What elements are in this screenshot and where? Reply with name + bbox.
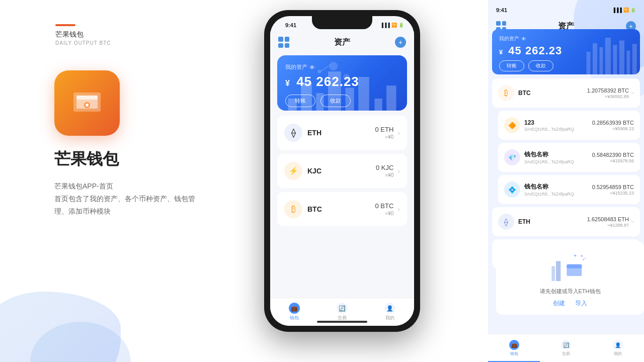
right-123-sub: ≈¥5908.23: [592, 126, 634, 131]
right-wallet1-info: 钱包名称 3ArEQt1R8...TsZ4fpaRQ: [524, 150, 574, 164]
svg-rect-30: [558, 260, 560, 261]
right-coin-btc[interactable]: ₿ BTC 1.20758392 BTC ≈¥36592.89 ›: [492, 78, 640, 108]
right-mine-nav-icon: 👤: [613, 340, 623, 350]
svg-point-13: [329, 62, 338, 70]
right-status-icons: ▐▐▐ 🛜 🔋: [612, 8, 636, 13]
battery-icon: 🔋: [398, 23, 404, 28]
svg-rect-12: [386, 85, 396, 111]
right-battery-icon: 🔋: [630, 8, 636, 13]
right-coin-wallet1[interactable]: 💎 钱包名称 3ArEQt1R8...TsZ4fpaRQ 0.58482390 …: [498, 143, 640, 172]
right-receive-button[interactable]: 收款: [528, 60, 553, 71]
phone-nav-mine[interactable]: 👤 我的: [366, 298, 414, 326]
svg-point-4: [86, 104, 89, 107]
kjc-sub: ≈¥0: [376, 172, 393, 178]
svg-rect-25: [551, 266, 555, 281]
right-wallet2-addr: 3ArEQt1R8...TsZ4fpaRQ: [524, 192, 574, 197]
svg-rect-8: [328, 71, 341, 111]
right-asset-card: 我的资产 👁 ¥ 45 262.23 转账 收款: [492, 29, 640, 74]
phone-coin-left-kjc: ⚡ KJC: [284, 162, 321, 180]
svg-text:+: +: [583, 258, 585, 261]
right-wallet1-main: 0.58482390 BTC: [592, 152, 634, 158]
right-panel: 9:41 ▐▐▐ 🛜 🔋 资产 + 我的资产 👁: [488, 0, 644, 362]
right-btc-info: BTC: [518, 89, 531, 97]
mine-nav-label: 我的: [385, 315, 394, 321]
svg-point-16: [318, 70, 321, 73]
svg-rect-7: [316, 93, 324, 111]
svg-rect-9: [345, 88, 354, 111]
right-nav-trade[interactable]: 🔄 交易: [540, 334, 592, 362]
phone-coin-left-btc: ₿ BTC: [284, 200, 322, 218]
right-btc-main: 1.20758392 BTC: [587, 87, 629, 94]
phone-mockup: 9:41 ▐▐▐ 🛜 🔋 资产 +: [247, 10, 438, 352]
eth-amounts: 0 ETH ≈¥0: [375, 126, 393, 140]
right-123-left: 🔶 123 3ArEQt1R8...TsZ4fpaRQ: [504, 117, 574, 133]
right-wallet1-left: 💎 钱包名称 3ArEQt1R8...TsZ4fpaRQ: [504, 149, 574, 165]
phone-coin-item-kjc[interactable]: ⚡ KJC 0 KJC ≈¥0 ›: [277, 154, 407, 188]
eth-coin-name: ETH: [307, 129, 321, 137]
right-wallet-nav-label: 钱包: [510, 351, 518, 356]
right-nav-wallet[interactable]: 💼 钱包: [488, 334, 540, 362]
svg-rect-23: [626, 51, 630, 74]
signal-icon: ▐▐▐: [380, 23, 390, 28]
svg-rect-2: [76, 96, 98, 100]
eth-create-text: 请先创建或导入ETH钱包: [503, 288, 637, 295]
add-button[interactable]: +: [395, 37, 406, 48]
right-coin-wallet2[interactable]: 💠 钱包名称 3ArEQt1R8...TsZ4fpaRQ 0.52954859 …: [498, 175, 640, 204]
right-wifi-icon: 🛜: [623, 8, 629, 13]
right-transfer-button[interactable]: 转账: [499, 60, 524, 71]
right-btc-amounts: 1.20758392 BTC ≈¥36592.89: [587, 87, 629, 99]
right-123-logo: 🔶: [504, 117, 520, 133]
right-eth-logo: ⟠: [498, 214, 514, 230]
right-wallet2-sub: ≈¥15235.23: [592, 191, 634, 196]
phone-header: 资产 +: [270, 31, 414, 53]
right-coin-123[interactable]: 🔶 123 3ArEQt1R8...TsZ4fpaRQ 0.28563939 B…: [498, 111, 640, 140]
phone-nav-wallet[interactable]: 💼 钱包: [270, 298, 318, 326]
brand-tagline: DAILY OUTPUT BTC: [55, 40, 111, 46]
right-wallet1-amounts: 0.58482390 BTC ≈¥15978.56: [592, 152, 634, 163]
right-btc-name: BTC: [518, 89, 531, 97]
right-123-name: 123: [524, 119, 574, 126]
mine-nav-icon: 👤: [384, 303, 395, 314]
menu-icon[interactable]: [278, 37, 289, 48]
right-wallet2-left: 💠 钱包名称 3ArEQt1R8...TsZ4fpaRQ: [504, 182, 574, 198]
phone-coin-item-eth[interactable]: ⟠ ETH 0 ETH ≈¥0 ›: [277, 116, 407, 150]
wallet-nav-icon: 💼: [289, 303, 300, 314]
phone-coin-item-btc[interactable]: ₿ BTC 0 BTC ≈¥0 ›: [277, 192, 407, 226]
right-coin-eth[interactable]: ⟠ ETH 1.62508483 ETH ≈¥1288.87 ›: [492, 207, 640, 236]
svg-rect-24: [632, 44, 636, 74]
svg-rect-17: [586, 52, 590, 74]
svg-rect-26: [556, 261, 560, 281]
svg-rect-27: [552, 265, 553, 266]
svg-text:+: +: [574, 252, 577, 258]
desc-line1: 芒果钱包APP-首页: [54, 180, 195, 193]
eth-chevron-icon: ›: [397, 129, 400, 137]
home-indicator: [317, 321, 367, 323]
kjc-amounts: 0 KJC ≈¥0: [376, 164, 393, 178]
right-eth-name: ETH: [518, 218, 530, 225]
kjc-amount: 0 KJC: [376, 164, 393, 171]
app-icon: [54, 70, 120, 136]
right-trade-nav-label: 交易: [562, 351, 570, 356]
right-nav-mine[interactable]: 👤 我的: [592, 334, 644, 362]
right-yen-symbol: ¥: [499, 48, 503, 56]
left-section: 芒果钱包 DAILY OUTPUT BTC 芒果钱包 芒果钱包APP-首页 首页…: [0, 0, 282, 362]
right-wallet2-amounts: 0.52954859 BTC ≈¥15235.23: [592, 184, 634, 196]
right-wallet2-logo: 💠: [504, 182, 520, 198]
kjc-coin-name: KJC: [307, 167, 321, 175]
wallet-nav-label: 钱包: [290, 315, 299, 321]
eth-create-link[interactable]: 创建: [553, 299, 565, 308]
trade-nav-icon: 🔄: [337, 303, 348, 314]
right-eth-info: ETH: [518, 218, 530, 225]
brand-top: 芒果钱包 DAILY OUTPUT BTC: [55, 30, 111, 46]
eth-import-link[interactable]: 导入: [575, 299, 587, 308]
kjc-chevron-icon: ›: [397, 167, 400, 175]
right-wallet1-right: 0.58482390 BTC ≈¥15978.56: [592, 152, 634, 163]
svg-point-14: [343, 74, 350, 80]
phone-coin-right-kjc: 0 KJC ≈¥0 ›: [376, 164, 400, 178]
phone-coin-right-btc: 0 BTC ≈¥0 ›: [375, 202, 400, 216]
right-signal-icon: ▐▐▐: [612, 8, 622, 13]
right-btc-logo: ₿: [498, 85, 514, 101]
right-123-info: 123 3ArEQt1R8...TsZ4fpaRQ: [524, 119, 574, 132]
svg-rect-22: [619, 41, 624, 75]
eth-create-links: 创建 导入: [503, 299, 637, 308]
